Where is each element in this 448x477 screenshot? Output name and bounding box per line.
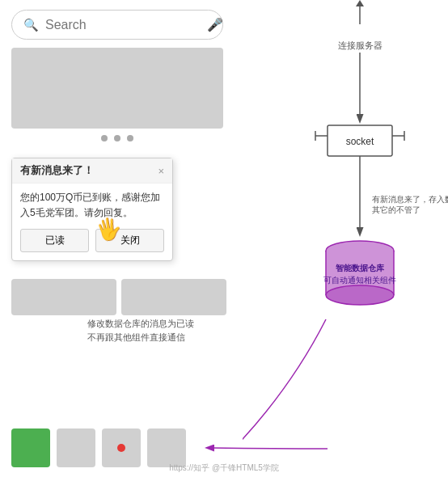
dots-row xyxy=(0,135,235,141)
gray-block-2 xyxy=(147,428,186,467)
cursor-hand-icon: 🖐 xyxy=(94,214,124,243)
notification-dialog: 有新消息来了！ × 您的100万Q币已到账，感谢您加入5毛党军团。请勿回复。 已… xyxy=(11,158,173,261)
new-message-label: 有新消息来了，存入数据仓库 xyxy=(372,195,448,204)
svg-marker-5 xyxy=(356,0,364,6)
db-label-line2: 可自动通知相关组件 xyxy=(323,276,396,285)
top-image-placeholder xyxy=(11,48,223,129)
search-icon: 🔍 xyxy=(23,18,39,32)
search-bar[interactable]: 🔍 🎤 xyxy=(11,10,223,40)
mid-gray-block-1 xyxy=(11,279,116,315)
gray-block-1 xyxy=(57,428,95,467)
socket-label: socket xyxy=(346,136,374,147)
svg-point-13 xyxy=(326,285,394,305)
dot-3 xyxy=(127,135,133,141)
read-button[interactable]: 已读 xyxy=(20,229,89,252)
bottom-row xyxy=(11,428,186,467)
right-panel: 连接服务器 socket 有新消息来了，存入数据仓库 其它的不管了 xyxy=(243,0,448,477)
dialog-title: 有新消息来了！ xyxy=(20,163,94,178)
annotation-mid-text: 修改数据仓库的消息为已读 不再跟其他组件直接通信 xyxy=(87,317,217,344)
dialog-buttons: 已读 关闭 xyxy=(12,229,172,260)
dialog-body: 您的100万Q币已到账，感谢您加入5毛党军团。请勿回复。 xyxy=(12,184,172,229)
db-label-line1: 智能数据仓库 xyxy=(335,264,385,272)
gray-block-dot xyxy=(102,428,141,467)
watermark: https://知乎 @千锋HTML5学院 xyxy=(169,462,279,474)
connect-server-label: 连接服务器 xyxy=(338,40,382,50)
dialog-close-icon[interactable]: × xyxy=(158,165,164,177)
mic-icon[interactable]: 🎤 xyxy=(207,17,223,32)
svg-text:其它的不管了: 其它的不管了 xyxy=(372,205,421,214)
architecture-diagram: 连接服务器 socket 有新消息来了，存入数据仓库 其它的不管了 xyxy=(243,0,448,477)
dot-1 xyxy=(101,135,108,141)
red-dot-indicator xyxy=(117,444,125,452)
dot-2 xyxy=(114,135,120,141)
search-input[interactable] xyxy=(45,18,207,32)
dialog-header: 有新消息来了！ × xyxy=(12,158,172,184)
left-panel: 🔍 🎤 有新消息来了！ × 您的100万Q币已到账，感谢您加入5毛党军团。请勿回… xyxy=(0,0,235,477)
mid-gray-block-2 xyxy=(121,279,226,315)
green-block xyxy=(11,428,50,467)
